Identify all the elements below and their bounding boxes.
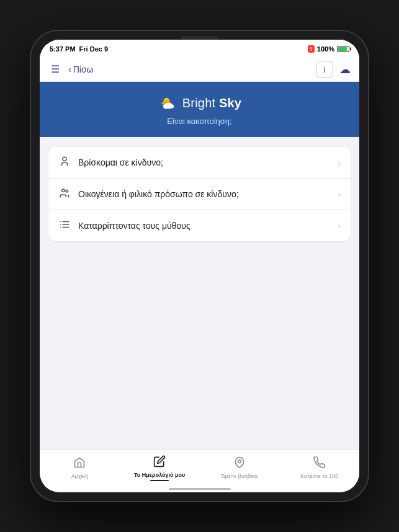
menu-item-family-label: Οικογένεια ή φιλικό πρόσωπο σε κίνδυνο; — [78, 189, 330, 199]
menu-item-myths[interactable]: Καταρρίπτοντας τους μύθους › — [48, 210, 351, 241]
battery-icon — [337, 46, 349, 52]
chevron-right-icon-1: › — [338, 157, 341, 167]
status-right: ! 100% — [308, 45, 349, 53]
svg-point-2 — [163, 104, 169, 109]
nav-right-icons: i ☁ — [316, 61, 351, 78]
menu-icon[interactable]: ☰ — [48, 62, 62, 76]
menu-item-family[interactable]: Οικογένεια ή φιλικό πρόσωπο σε κίνδυνο; … — [48, 179, 351, 210]
status-left: 5:37 PM Fri Dec 9 — [50, 45, 108, 53]
camera-pill — [181, 36, 218, 40]
tab-home[interactable]: Αρχική — [40, 450, 120, 483]
tab-diary-label: Το Ημερολόγιό μου — [134, 472, 185, 478]
menu-card: Βρίσκομαι σε κίνδυνο; › Οικογένεια ή φιλ… — [48, 147, 351, 241]
device-screen: 5:37 PM Fri Dec 9 ! 100% ☰ ‹ Πίσω — [40, 40, 359, 492]
menu-item-danger[interactable]: Βρίσκομαι σε κίνδυνο; › — [48, 147, 351, 179]
status-date: Fri Dec 9 — [79, 45, 108, 53]
tab-help-label: Βρείτε βοήθεια — [222, 473, 258, 479]
svg-point-6 — [66, 190, 68, 192]
home-bar — [169, 488, 231, 490]
menu-item-danger-label: Βρίσκομαι σε κίνδυνο; — [78, 157, 330, 167]
app-header: Bright Sky Είναι κακοποίηση; — [40, 82, 359, 137]
app-name-bold: Sky — [219, 96, 241, 110]
app-logo-icon — [158, 93, 177, 113]
cloud-icon[interactable]: ☁ — [339, 63, 351, 76]
home-icon — [73, 456, 86, 472]
battery-warning-icon: ! — [308, 45, 315, 53]
people-icon — [58, 187, 71, 201]
chevron-right-icon-2: › — [338, 189, 341, 199]
list-icon — [58, 219, 71, 233]
tab-active-indicator — [150, 480, 169, 481]
device-frame: 5:37 PM Fri Dec 9 ! 100% ☰ ‹ Πίσω — [31, 31, 368, 501]
status-time: 5:37 PM — [50, 45, 76, 53]
tab-diary[interactable]: Το Ημερολόγιό μου — [120, 450, 200, 483]
menu-item-myths-label: Καταρρίπτοντας τους μύθους — [78, 221, 330, 231]
back-button[interactable]: ‹ Πίσω — [68, 64, 93, 74]
back-chevron-icon: ‹ — [68, 64, 71, 74]
home-indicator — [40, 487, 359, 492]
app-name: Bright Sky — [182, 96, 241, 110]
svg-point-3 — [169, 104, 174, 108]
info-button[interactable]: i — [316, 61, 333, 78]
tab-call[interactable]: Καλέστε το 100 — [279, 450, 359, 483]
svg-point-4 — [63, 157, 66, 161]
tab-home-label: Αρχική — [71, 473, 88, 479]
status-bar: 5:37 PM Fri Dec 9 ! 100% — [40, 40, 359, 57]
tab-help[interactable]: Βρείτε βοήθεια — [200, 450, 280, 483]
back-label: Πίσω — [73, 64, 94, 74]
app-name-light: Bright — [182, 96, 219, 110]
main-content: Βρίσκομαι σε κίνδυνο; › Οικογένεια ή φιλ… — [40, 137, 359, 450]
pencil-icon — [153, 455, 166, 471]
app-subtitle: Είναι κακοποίηση; — [167, 117, 231, 126]
nav-bar: ☰ ‹ Πίσω i ☁ — [40, 57, 359, 82]
chevron-right-icon-3: › — [338, 221, 341, 231]
battery-percent: 100% — [317, 45, 334, 53]
tab-call-label: Καλέστε το 100 — [300, 473, 338, 479]
tab-bar: Αρχική Το Ημερολόγιό μου — [40, 450, 359, 487]
phone-icon — [313, 456, 326, 472]
info-icon: i — [323, 64, 325, 74]
location-icon — [233, 456, 246, 472]
svg-point-5 — [62, 189, 65, 192]
app-logo-row: Bright Sky — [158, 93, 241, 113]
svg-point-13 — [238, 460, 241, 463]
person-icon — [58, 156, 71, 169]
